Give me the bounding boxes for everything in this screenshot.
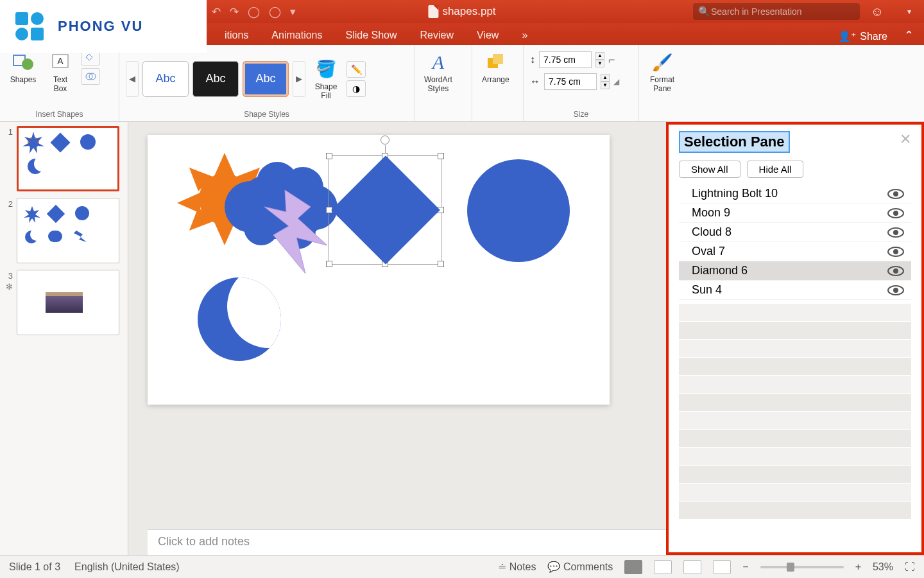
tab-slideshow[interactable]: Slide Show [334,26,409,45]
thumb-1[interactable]: 1 [3,126,125,191]
share-icon: 👤⁺ [838,30,856,42]
list-item[interactable]: Moon 9 [679,204,911,223]
tab-view[interactable]: View [465,26,510,45]
thumb-2[interactable]: 2 [3,198,125,263]
size-dialog-icon[interactable]: ◢ [613,77,619,86]
thumb-3[interactable]: 3 ✻ [3,270,125,335]
height-input[interactable] [539,51,592,68]
list-item[interactable]: Sun 4 [679,281,911,300]
account-icon[interactable]: ☺ [866,4,888,19]
svg-marker-10 [74,231,87,242]
thumbnail-rail: 1 2 3 [0,122,128,555]
zoom-in-icon[interactable]: + [855,561,861,573]
canvas-area[interactable]: Click to add notes [128,122,666,555]
visibility-icon[interactable] [887,246,905,258]
thumb-slide-1[interactable] [17,126,119,191]
search-input[interactable] [693,3,860,20]
spin-down-icon[interactable]: ▼ [601,82,610,89]
width-input[interactable] [544,73,597,90]
shape-oval[interactable] [467,159,570,262]
window-title: shapes.ppt [428,5,495,18]
qat-dropdown-icon[interactable]: ▾ [290,5,296,19]
group-format-pane: 🖌️ Format Pane [639,45,698,121]
svg-marker-9 [24,206,40,223]
qat-icon[interactable]: ◯ [269,5,281,19]
redo-icon[interactable]: ↷ [230,5,239,19]
hide-all-button[interactable]: Hide All [747,161,804,178]
style-sample-1[interactable]: Abc [142,61,189,97]
share-button[interactable]: 👤⁺Share [838,30,887,45]
fit-window-icon[interactable]: ⛶ [905,561,915,573]
visibility-icon[interactable] [887,188,905,200]
view-normal-icon[interactable] [624,560,642,574]
resize-handle[interactable] [438,261,444,267]
spin-up-icon[interactable]: ▲ [601,74,610,82]
search-icon: 🔍 [698,6,710,17]
list-item[interactable]: Lightning Bolt 10 [679,184,911,204]
rotate-handle[interactable] [381,136,389,144]
account-dropdown-icon[interactable]: ▾ [898,7,920,16]
brand-logo-icon [15,12,50,40]
tab-transitions-partial[interactable]: itions [213,26,260,45]
slide-indicator[interactable]: Slide 1 of 3 [9,561,60,573]
resize-handle[interactable] [326,153,332,159]
zoom-out-icon[interactable]: − [742,561,748,573]
svg-point-19 [893,249,898,254]
collapse-ribbon-icon[interactable]: ⌃ [904,28,914,45]
status-bar: Slide 1 of 3 English (United States) ≐ N… [0,555,924,578]
comments-toggle[interactable]: 💬 Comments [547,561,613,573]
lock-aspect-icon[interactable]: ⌐ [608,53,615,67]
format-pane-button[interactable]: 🖌️ Format Pane [646,49,679,95]
workspace: 1 2 3 [0,122,924,555]
language-indicator[interactable]: English (United States) [74,561,180,573]
list-item-selected[interactable]: Diamond 6 [679,261,911,281]
visibility-icon[interactable] [887,285,905,296]
show-all-button[interactable]: Show All [679,161,740,178]
merge-shape-button[interactable] [81,68,100,85]
shape-outline-button[interactable]: ✏️ [346,61,366,78]
qat-icon[interactable]: ◯ [248,5,260,19]
shape-fill-button[interactable]: 🪣 Shape Fill [309,56,343,102]
notes-toggle[interactable]: ≐ Notes [498,561,536,573]
gallery-prev-icon[interactable]: ◀ [126,61,139,97]
list-item[interactable]: Oval 7 [679,242,911,261]
thumb-slide-3[interactable] [17,270,119,335]
spin-down-icon[interactable]: ▼ [595,60,604,67]
notes-pane[interactable]: Click to add notes [148,529,666,555]
style-sample-2[interactable]: Abc [193,61,239,97]
zoom-thumb[interactable] [787,563,794,572]
visibility-icon[interactable] [887,207,905,219]
slide[interactable] [148,135,610,405]
arrange-button[interactable]: Arrange [479,49,513,86]
selection-box[interactable] [329,155,441,265]
shape-diamond[interactable] [331,155,440,265]
undo-icon[interactable]: ↶ [212,5,221,19]
spin-up-icon[interactable]: ▲ [595,52,604,60]
shapes-button[interactable]: Shapes [6,49,40,86]
shape-effects-button[interactable]: ◑ [346,80,366,97]
view-sorter-icon[interactable] [654,560,672,574]
style-sample-3-selected[interactable]: Abc [243,61,289,97]
view-reading-icon[interactable] [683,560,701,574]
ribbon: Shapes A Text Box Insert Shapes ◀ Abc Ab… [0,45,924,122]
view-slideshow-icon[interactable] [713,560,731,574]
resize-handle[interactable] [438,153,444,159]
gallery-next-icon[interactable]: ▶ [293,61,305,97]
tab-overflow-icon[interactable]: » [510,26,539,45]
thumb-slide-2[interactable] [17,198,119,263]
notes-icon: ≐ [498,561,509,572]
zoom-level[interactable]: 53% [873,561,893,573]
tab-review[interactable]: Review [409,26,465,45]
resize-handle[interactable] [326,261,332,267]
visibility-icon[interactable] [887,227,905,238]
textbox-button[interactable]: A Text Box [44,49,77,95]
close-icon[interactable]: ✕ [900,131,911,148]
wordart-icon: A [426,51,450,74]
zoom-slider[interactable] [760,566,844,568]
search-wrap: 🔍 [693,3,860,20]
wordart-button[interactable]: A WordArt Styles [421,49,456,95]
shape-moon[interactable] [198,277,281,361]
tab-animations[interactable]: Animations [260,26,334,45]
visibility-icon[interactable] [887,265,905,277]
list-item[interactable]: Cloud 8 [679,223,911,242]
